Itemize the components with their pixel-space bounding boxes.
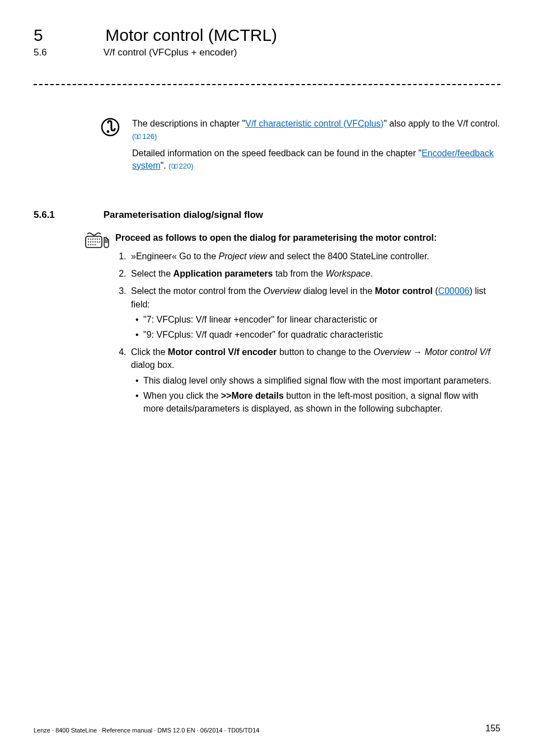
text: Click the	[131, 347, 168, 357]
svg-point-16	[92, 244, 93, 245]
page-ref[interactable]: (220)	[168, 162, 193, 170]
procedure-icon	[84, 231, 110, 250]
bullet-item: "9: VFCplus: V/f quadr +encoder" for qua…	[135, 328, 500, 341]
instruction-lead: Proceed as follows to open the dialog fo…	[115, 233, 500, 243]
bullet-list: This dialog level only shows a simplifie…	[135, 374, 500, 416]
text: Select the	[131, 269, 174, 278]
info-paragraph-2: Detailed information on the speed feedba…	[132, 147, 500, 171]
footer-info: Lenze · 8400 StateLine · Reference manua…	[34, 727, 259, 734]
info-note: The descriptions in chapter "V/f charact…	[101, 118, 500, 177]
text: →	[413, 347, 424, 357]
svg-point-4	[92, 239, 93, 240]
chapter-number: 5	[34, 26, 101, 45]
step-item: Select the motor control from the Overvi…	[129, 284, 500, 341]
text: and select the 8400 StateLine controller…	[267, 251, 429, 261]
svg-point-8	[88, 241, 89, 242]
svg-point-13	[99, 241, 100, 242]
text: " also apply to the V/f control.	[383, 119, 500, 128]
svg-point-2	[88, 239, 89, 240]
bullet-list: "7: VFCplus: V/f linear +encoder" for li…	[135, 313, 500, 341]
svg-point-1	[107, 130, 110, 133]
svg-point-6	[97, 239, 98, 240]
book-icon	[134, 132, 141, 142]
page-ref-number: 220	[179, 162, 191, 170]
text: Detailed information on the speed feedba…	[132, 148, 421, 158]
bullet-item: When you click the >>More details button…	[135, 389, 500, 415]
page-number: 155	[485, 724, 500, 734]
svg-point-14	[88, 244, 89, 245]
step-item: »Engineer« Go to the Project view and se…	[129, 250, 500, 263]
text: Project view	[219, 251, 267, 261]
text: Overview	[373, 347, 413, 357]
text: Select the motor control from the	[131, 286, 264, 296]
link-vf-characteristic[interactable]: V/f characteristic control (VFCplus)	[245, 119, 383, 128]
text: .	[371, 269, 373, 278]
text: tab from the	[273, 269, 325, 278]
step-item: Select the Application parameters tab fr…	[129, 267, 500, 280]
steps-list: »Engineer« Go to the Project view and se…	[115, 250, 500, 415]
text: When you click the	[143, 391, 221, 400]
bullet-item: This dialog level only shows a simplifie…	[135, 374, 500, 387]
subsection-number: 5.6.1	[34, 209, 101, 221]
section-header: 5.6 V/f control (VFCplus + encoder)	[34, 47, 237, 58]
text: dialog box.	[131, 360, 174, 370]
subsection-title: Parameterisation dialog/signal flow	[104, 209, 263, 221]
text: Motor control	[375, 286, 433, 296]
text: (	[433, 286, 438, 296]
text: Workspace	[326, 269, 371, 278]
step-item: Click the Motor control V/f encoder butt…	[129, 346, 500, 415]
svg-point-12	[97, 241, 98, 242]
page-ref-number: 126	[142, 132, 154, 141]
svg-point-9	[90, 241, 91, 242]
divider	[34, 84, 500, 85]
text: dialog level in the	[301, 286, 375, 296]
text: button to change to the	[277, 347, 373, 357]
text: Motor control V/f	[425, 347, 490, 357]
chapter-header: 5 Motor control (MCTRL)	[34, 26, 277, 45]
svg-point-11	[95, 241, 96, 242]
text: Application parameters	[174, 269, 273, 278]
subsection-heading: 5.6.1 Parameterisation dialog/signal flo…	[34, 209, 263, 221]
text: >>More details	[221, 391, 284, 400]
text: ".	[161, 161, 169, 170]
svg-point-5	[95, 239, 96, 240]
text: »Engineer« Go to the	[131, 251, 219, 261]
svg-point-7	[99, 239, 100, 240]
svg-point-15	[90, 244, 91, 245]
tip-icon	[101, 118, 120, 137]
instruction-block: Proceed as follows to open the dialog fo…	[84, 233, 500, 419]
text: The descriptions in chapter "	[132, 119, 245, 128]
link[interactable]: C00006	[438, 286, 470, 296]
book-icon	[171, 162, 178, 172]
svg-point-17	[95, 244, 96, 245]
text: This dialog level only shows a simplifie…	[143, 376, 491, 385]
info-paragraph-1: The descriptions in chapter "V/f charact…	[132, 118, 500, 142]
section-number: 5.6	[34, 47, 101, 58]
section-title: V/f control (VFCplus + encoder)	[104, 47, 237, 58]
text: Overview	[264, 286, 301, 296]
page-ref[interactable]: (126)	[132, 132, 157, 141]
svg-point-3	[90, 239, 91, 240]
bullet-item: "7: VFCplus: V/f linear +encoder" for li…	[135, 313, 500, 326]
text: Motor control V/f encoder	[168, 347, 277, 357]
chapter-title: Motor control (MCTRL)	[105, 26, 277, 45]
svg-point-10	[92, 241, 93, 242]
